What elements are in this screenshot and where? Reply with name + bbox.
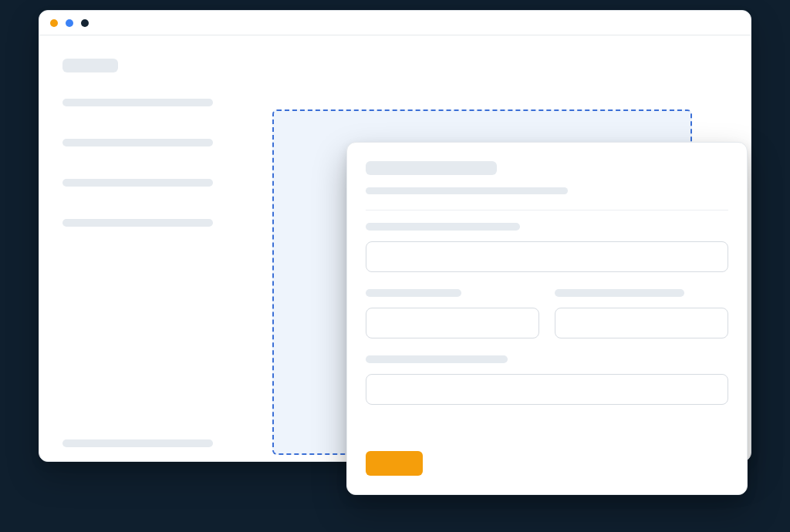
- form-modal: [346, 142, 748, 495]
- sidebar-item[interactable]: [62, 179, 213, 187]
- submit-button[interactable]: [366, 451, 423, 476]
- window-control-close[interactable]: [50, 19, 58, 27]
- sidebar: [62, 59, 225, 259]
- modal-subtitle: [366, 187, 568, 194]
- divider: [366, 210, 728, 210]
- text-input[interactable]: [366, 241, 728, 272]
- field-label: [366, 223, 520, 231]
- text-input[interactable]: [366, 308, 539, 338]
- modal-title: [366, 161, 497, 175]
- window-control-minimize[interactable]: [66, 19, 73, 27]
- form-field: [366, 289, 539, 338]
- sidebar-item[interactable]: [62, 219, 213, 227]
- sidebar-item[interactable]: [62, 99, 213, 106]
- form-field: [555, 289, 728, 338]
- form-field: [366, 355, 728, 405]
- field-label: [366, 355, 508, 363]
- titlebar: [39, 11, 751, 35]
- sidebar-item[interactable]: [62, 139, 213, 146]
- form-field: [366, 223, 728, 272]
- window-control-zoom[interactable]: [81, 19, 89, 27]
- field-label: [555, 289, 684, 297]
- sidebar-title: [62, 59, 118, 72]
- sidebar-footer-item[interactable]: [62, 439, 213, 447]
- field-label: [366, 289, 461, 297]
- text-input[interactable]: [366, 374, 728, 405]
- text-input[interactable]: [555, 308, 728, 338]
